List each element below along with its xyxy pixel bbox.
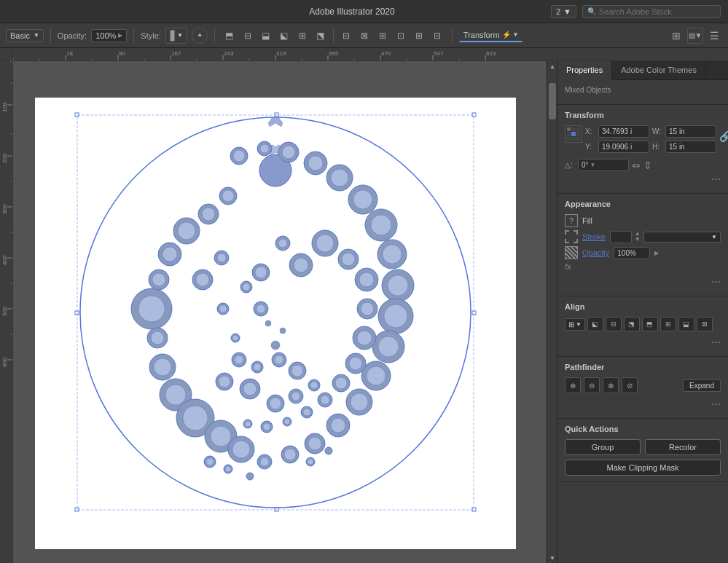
svg-point-143 <box>359 272 374 287</box>
distribute-v-icon[interactable]: ⊠ <box>356 28 372 44</box>
align-bottom-edge-btn[interactable]: ⬓ <box>678 317 694 331</box>
align-left-edge-btn[interactable]: ⬕ <box>587 317 603 331</box>
link-proportions-icon[interactable]: 🔗 <box>719 125 728 147</box>
angle-dropdown-arrow[interactable]: ▼ <box>590 162 596 168</box>
distribute-icon3[interactable]: ⊞ <box>375 28 391 44</box>
svg-point-151 <box>335 377 347 389</box>
recolor-button[interactable]: Recolor <box>645 439 721 455</box>
align-center-h-icon[interactable]: ⊟ <box>240 28 256 44</box>
h-input[interactable] <box>665 141 716 153</box>
workspace-selector[interactable]: 2 ▼ <box>551 5 576 18</box>
distribute-h-icon[interactable]: ⊟ <box>338 28 354 44</box>
svg-point-161 <box>245 421 251 427</box>
x-input[interactable] <box>598 125 649 138</box>
y-input[interactable] <box>598 141 649 153</box>
align-to-dropdown[interactable]: ⊞ ▼ <box>565 318 585 331</box>
scroll-thumb[interactable] <box>549 83 556 119</box>
align-right-edge-btn[interactable]: ⬔ <box>624 317 640 331</box>
svg-text:100: 100 <box>1 102 8 112</box>
dropdown-arrow: ▼ <box>34 32 39 39</box>
panel-tabs: Properties Adobe Color Themes <box>557 61 728 80</box>
menu-icon[interactable]: ☰ <box>706 28 722 44</box>
style-dropdown[interactable]: ▼ <box>165 28 187 44</box>
opacity-input[interactable] <box>614 247 650 259</box>
scrollbar-vertical[interactable]: ▲ ▼ <box>547 61 557 563</box>
pathfinder-unite-btn[interactable]: ⊕ <box>565 377 581 393</box>
svg-point-119 <box>232 441 250 458</box>
svg-point-99 <box>152 273 165 286</box>
stroke-type-dropdown[interactable]: ▼ <box>643 232 721 243</box>
flip-h-icon[interactable]: ⇔ <box>632 160 641 171</box>
align-section: Align ⊞ ▼ ⬕ ⊟ ⬔ ⬒ ⊞ ⬓ ⊠ ··· <box>557 296 728 357</box>
pathfinder-title: Pathfinder <box>565 363 721 371</box>
icon-btn-1[interactable]: ✦ <box>192 28 208 44</box>
align-top-edge-btn[interactable]: ⬒ <box>642 317 658 331</box>
opacity-checker-icon[interactable] <box>565 246 578 259</box>
opacity-field[interactable]: 100% ▶ <box>91 29 127 42</box>
stock-search-input[interactable] <box>599 7 716 16</box>
grid-view-icon[interactable]: ⊞ <box>668 28 684 44</box>
style-basic-dropdown[interactable]: Basic ▼ <box>6 29 44 42</box>
clipping-mask-button[interactable]: Make Clipping Mask <box>565 460 721 476</box>
fill-question-icon[interactable]: ? <box>565 214 578 227</box>
align-center-h-btn[interactable]: ⊟ <box>606 317 622 331</box>
stroke-value-input[interactable] <box>610 231 632 243</box>
align-center-v-icon[interactable]: ⊞ <box>294 28 310 44</box>
scroll-up-arrow[interactable]: ▲ <box>547 61 557 71</box>
pathfinder-intersect-btn[interactable]: ⊗ <box>603 377 619 393</box>
stroke-arrows[interactable]: ▲ ▼ <box>635 231 641 243</box>
align-top-icon[interactable]: ⬒ <box>222 28 238 44</box>
stock-search-bar[interactable]: 🔍 <box>582 5 721 18</box>
svg-point-65 <box>260 144 269 153</box>
svg-rect-53 <box>472 113 476 117</box>
opacity-expand-arrow[interactable]: ▶ <box>654 250 659 256</box>
tab-color-themes[interactable]: Adobe Color Themes <box>612 61 706 79</box>
flip-v-icon[interactable]: ⇕ <box>643 160 652 171</box>
svg-rect-56 <box>75 508 79 511</box>
align-more-btn[interactable]: ··· <box>565 334 721 350</box>
svg-point-113 <box>165 385 186 405</box>
group-button[interactable]: Group <box>565 439 641 455</box>
distribute-icon4[interactable]: ⊡ <box>393 28 409 44</box>
svg-point-155 <box>303 409 310 416</box>
svg-text:470: 470 <box>381 50 391 57</box>
svg-rect-57 <box>275 508 278 511</box>
svg-point-63 <box>233 150 245 162</box>
search-icon: 🔍 <box>587 7 596 15</box>
transform-button[interactable]: Transform ⚡ ▼ <box>459 29 523 42</box>
distribute-icon6[interactable]: ⊟ <box>429 28 445 44</box>
svg-point-125 <box>219 305 227 312</box>
scroll-down-arrow[interactable]: ▼ <box>547 553 557 563</box>
panel-icon[interactable]: ▤▼ <box>687 28 703 44</box>
distribute-icon5[interactable]: ⊞ <box>411 28 427 44</box>
appearance-more-btn[interactable]: ··· <box>565 274 721 290</box>
canvas-content[interactable]: ▲ ▼ <box>13 61 557 563</box>
svg-point-109 <box>151 331 164 345</box>
transform-origin-grid[interactable] <box>565 125 582 143</box>
sep4 <box>333 28 334 43</box>
svg-point-91 <box>308 437 321 450</box>
stroke-dashed-icon[interactable] <box>565 230 578 243</box>
transform-more-btn[interactable]: ··· <box>565 171 721 187</box>
pathfinder-minus-btn[interactable]: ⊖ <box>584 377 600 393</box>
pathfinder-more-btn[interactable]: ··· <box>565 396 721 412</box>
svg-point-121 <box>196 273 209 286</box>
align-center-v-btn[interactable]: ⊞ <box>660 317 676 331</box>
w-input[interactable] <box>665 125 716 138</box>
svg-point-179 <box>291 365 303 377</box>
svg-point-181 <box>280 328 286 334</box>
svg-point-85 <box>367 366 385 385</box>
qa-top-row: Group Recolor <box>565 439 721 455</box>
align-distribute-v-btn[interactable]: ⊠ <box>697 317 713 331</box>
tab-properties[interactable]: Properties <box>557 61 612 80</box>
align-left-icon[interactable]: ⬕ <box>276 28 292 44</box>
expand-btn[interactable]: Expand <box>683 379 721 392</box>
align-right-icon[interactable]: ⬔ <box>313 28 329 44</box>
mixed-objects-section: Mixed Objects <box>557 80 728 105</box>
pathfinder-exclude-btn[interactable]: ⊘ <box>622 377 638 393</box>
svg-point-97 <box>138 296 165 322</box>
svg-point-127 <box>232 335 238 341</box>
angle-input-wrap[interactable]: 0° ▼ <box>578 159 629 171</box>
align-bottom-icon[interactable]: ⬓ <box>258 28 274 44</box>
separator <box>50 28 51 43</box>
